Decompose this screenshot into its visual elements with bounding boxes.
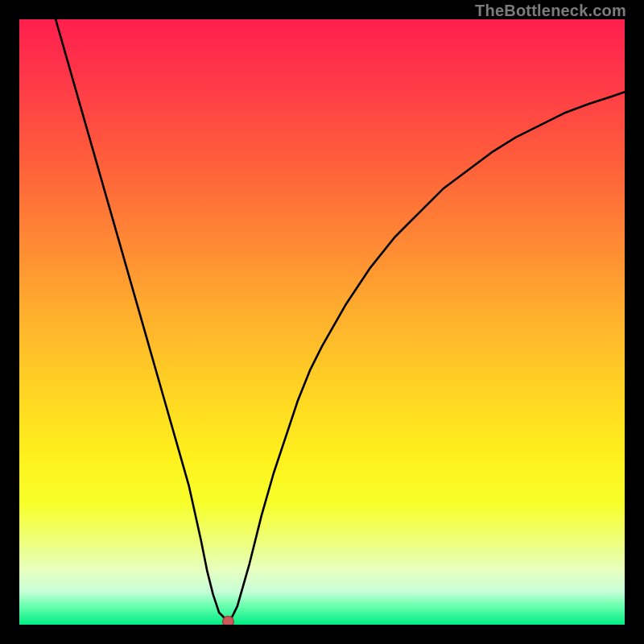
chart-frame: TheBottleneck.com: [0, 0, 644, 644]
watermark-text: TheBottleneck.com: [475, 2, 626, 20]
chart-background: [19, 19, 625, 625]
bottleneck-chart: [19, 19, 625, 625]
optimal-point-marker: [223, 616, 234, 625]
